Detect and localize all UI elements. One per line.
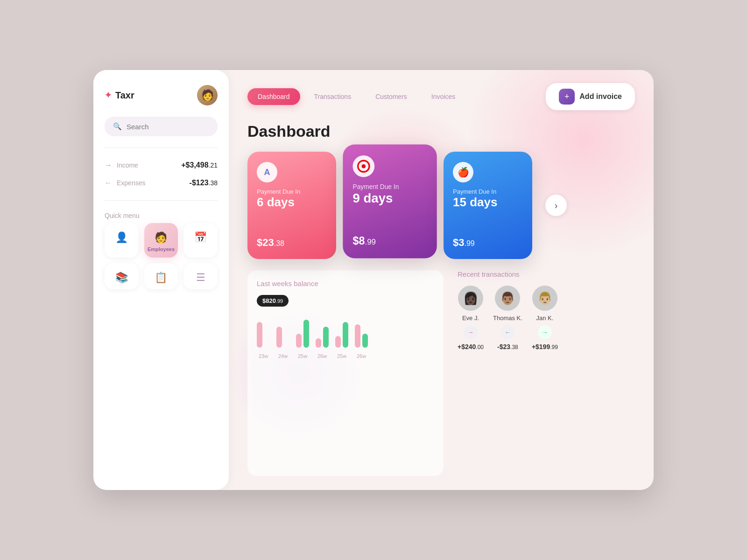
card-due-label-1: Payment Due In 6 days bbox=[257, 188, 327, 208]
menu-icon: ☰ bbox=[196, 272, 205, 284]
bar-green-4 bbox=[343, 322, 348, 348]
customers-icon: 👤 bbox=[115, 231, 128, 244]
app-name: Taxr bbox=[115, 90, 134, 101]
bar-label-5: 26w bbox=[357, 353, 366, 359]
search-bar[interactable]: 🔍 bbox=[105, 117, 218, 136]
top-nav: Dashboard Transactions Customers Invoice… bbox=[229, 70, 654, 118]
bar-label-3: 26w bbox=[317, 353, 327, 359]
bar-pink-1 bbox=[276, 327, 282, 348]
transaction-name-0: Eve J. bbox=[462, 315, 479, 322]
transaction-name-2: Jan K. bbox=[536, 315, 553, 322]
add-invoice-icon: + bbox=[559, 89, 575, 105]
menu-item-document[interactable]: 📋 bbox=[144, 263, 178, 289]
transaction-arrow-2: → bbox=[538, 325, 552, 339]
main-content: Dashboard Transactions Customers Invoice… bbox=[229, 70, 654, 490]
bar-group-4: 25w bbox=[335, 306, 348, 359]
bar-pink-5 bbox=[355, 324, 360, 348]
transaction-item-1: 👨🏽Thomas K.←-$23.38 bbox=[493, 286, 522, 350]
card-logo-apple: 🍎 bbox=[453, 162, 473, 182]
expenses-arrow-icon: ← bbox=[105, 179, 112, 187]
bar-group-5: 26w bbox=[355, 306, 368, 359]
bar-group-0: 23w bbox=[257, 306, 270, 359]
add-invoice-button[interactable]: + Add invoice bbox=[546, 83, 635, 110]
income-arrow-icon: → bbox=[105, 161, 112, 169]
logo-icon: ✦ bbox=[105, 90, 112, 100]
vodafone-icon bbox=[357, 160, 370, 173]
bar-pair-4 bbox=[335, 306, 348, 348]
bar-pink-2 bbox=[296, 334, 302, 348]
payment-card-2[interactable]: Payment Due In 9 days $8.99 bbox=[343, 145, 437, 259]
card-due-label-3: Payment Due In 15 days bbox=[453, 188, 523, 208]
add-invoice-label: Add invoice bbox=[579, 92, 622, 101]
income-value: +$3,498.21 bbox=[181, 161, 218, 169]
card-logo-arch: A bbox=[257, 162, 277, 182]
transaction-arrow-1: ← bbox=[500, 325, 514, 339]
document-icon: 📋 bbox=[155, 272, 167, 284]
transactions-list: 👩🏿Eve J.→+$240.00👨🏽Thomas K.←-$23.38👨🏼Ja… bbox=[458, 286, 635, 350]
balance-title: Last weeks balance bbox=[257, 280, 434, 287]
app-container: ✦ Taxr 🧑 🔍 → Income +$3,498.21 bbox=[93, 70, 654, 490]
menu-item-employees[interactable]: 🧑 Employees bbox=[144, 223, 178, 258]
menu-item-menu[interactable]: ☰ bbox=[183, 263, 218, 289]
nav-tabs: Dashboard Transactions Customers Invoice… bbox=[247, 88, 465, 105]
quick-menu-grid: 👤 🧑 Employees 📅 📚 📋 ☰ bbox=[105, 223, 218, 289]
bar-group-1: 24w bbox=[276, 306, 289, 359]
tab-dashboard[interactable]: Dashboard bbox=[247, 88, 300, 105]
transaction-amount-2: +$199.99 bbox=[532, 343, 558, 350]
transaction-amount-1: -$23.38 bbox=[497, 343, 518, 350]
card-amount-1: $23.38 bbox=[257, 237, 327, 249]
transaction-item-0: 👩🏿Eve J.→+$240.00 bbox=[458, 286, 484, 350]
expenses-row: ← Expenses -$123.38 bbox=[105, 177, 218, 189]
transactions-section: Recent transactions 👩🏿Eve J.→+$240.00👨🏽T… bbox=[458, 270, 635, 476]
bar-pair-5 bbox=[355, 306, 368, 348]
menu-item-calendar[interactable]: 📅 bbox=[183, 223, 218, 258]
card-due-label-2: Payment Due In 9 days bbox=[353, 183, 427, 204]
bar-green-5 bbox=[362, 334, 368, 348]
search-icon: 🔍 bbox=[113, 122, 122, 131]
chart-bars: 23w24w25w26w25w26w bbox=[257, 312, 434, 359]
menu-item-layers[interactable]: 📚 bbox=[105, 263, 139, 289]
expenses-value: -$123.38 bbox=[190, 179, 218, 187]
divider-2 bbox=[105, 200, 218, 201]
transaction-avatar-1: 👨🏽 bbox=[495, 286, 520, 311]
bar-pair-2 bbox=[296, 306, 309, 348]
transactions-title: Recent transactions bbox=[458, 270, 635, 278]
cards-next-button[interactable]: › bbox=[545, 195, 567, 216]
bar-pair-1 bbox=[276, 306, 289, 348]
payment-card-1[interactable]: A Payment Due In 6 days $23.38 bbox=[247, 152, 336, 259]
avatar[interactable]: 🧑 bbox=[197, 85, 218, 105]
employees-icon: 🧑 bbox=[155, 231, 167, 244]
transaction-avatar-0: 👩🏿 bbox=[458, 286, 483, 311]
quick-menu-title: Quick menu bbox=[105, 212, 218, 219]
bar-pink-0 bbox=[257, 322, 262, 348]
bar-pair-3 bbox=[316, 306, 329, 348]
tab-transactions[interactable]: Transactions bbox=[304, 88, 362, 105]
payment-card-3[interactable]: 🍎 Payment Due In 15 days $3.99 bbox=[444, 152, 532, 259]
bar-green-3 bbox=[323, 327, 329, 348]
bar-pair-0 bbox=[257, 306, 270, 348]
dashboard-area: Dashboard A Payment Due In 6 days $23.38 bbox=[229, 118, 654, 490]
divider-1 bbox=[105, 147, 218, 148]
search-input[interactable] bbox=[127, 123, 209, 131]
transaction-arrow-0: → bbox=[464, 325, 478, 339]
sidebar: ✦ Taxr 🧑 🔍 → Income +$3,498.21 bbox=[93, 70, 229, 490]
balance-badge: $820.99 bbox=[257, 295, 289, 307]
income-label: → Income bbox=[105, 161, 138, 169]
bottom-row: Last weeks balance $820.99 23w24w25w26w2… bbox=[247, 270, 635, 476]
tab-customers[interactable]: Customers bbox=[365, 88, 417, 105]
bar-label-2: 25w bbox=[298, 353, 307, 359]
bar-label-0: 23w bbox=[259, 353, 268, 359]
bar-label-4: 25w bbox=[337, 353, 346, 359]
logo: ✦ Taxr bbox=[105, 90, 134, 101]
bar-green-2 bbox=[303, 320, 309, 348]
tab-invoices[interactable]: Invoices bbox=[421, 88, 465, 105]
transaction-avatar-2: 👨🏼 bbox=[532, 286, 557, 311]
sidebar-header: ✦ Taxr 🧑 bbox=[105, 85, 218, 105]
bar-label-1: 24w bbox=[278, 353, 288, 359]
dashboard-title: Dashboard bbox=[247, 122, 635, 140]
finance-section: → Income +$3,498.21 ← Expenses -$123.38 bbox=[105, 159, 218, 189]
arch-icon: A bbox=[264, 168, 270, 177]
card-amount-3: $3.99 bbox=[453, 237, 523, 249]
calendar-icon: 📅 bbox=[194, 231, 207, 244]
menu-item-customers[interactable]: 👤 bbox=[105, 223, 139, 258]
